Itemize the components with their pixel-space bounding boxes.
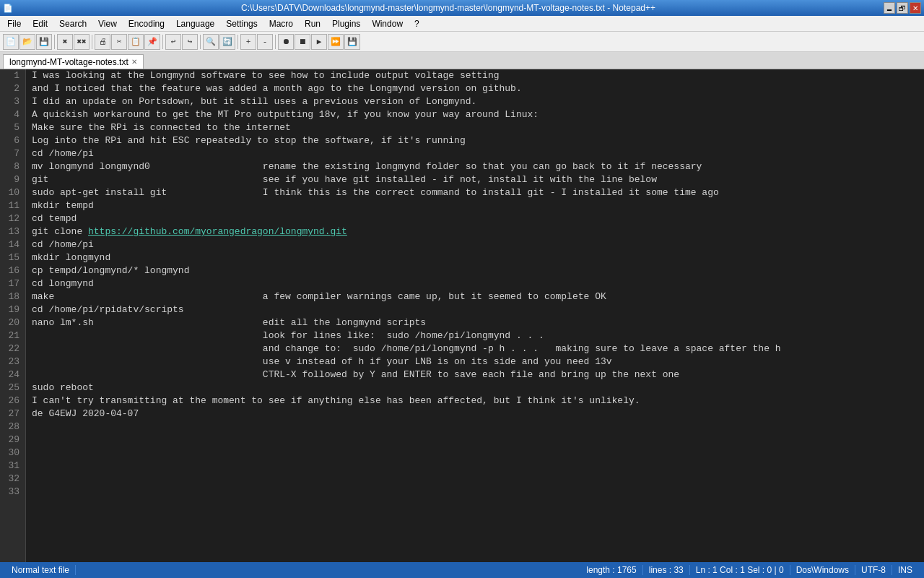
status-bar: Normal text file length : 1765 lines : 3… bbox=[0, 562, 924, 578]
active-tab[interactable]: longmynd-MT-voltage-notes.txt ✕ bbox=[3, 54, 144, 69]
line-number: 24 bbox=[6, 368, 19, 381]
menu-bar: FileEditSearchViewEncodingLanguageSettin… bbox=[0, 16, 924, 32]
toolbar-print[interactable]: 🖨 bbox=[95, 34, 110, 50]
code-line: mkdir longmynd bbox=[32, 251, 918, 264]
line-number: 10 bbox=[6, 186, 19, 199]
line-number: 2 bbox=[6, 82, 19, 95]
code-line: I can't try transmitting at the moment t… bbox=[32, 394, 918, 407]
tab-close-button[interactable]: ✕ bbox=[131, 58, 137, 66]
code-line: and change to: sudo /home/pi/longmynd -p… bbox=[32, 342, 918, 355]
menu-item-edit[interactable]: Edit bbox=[27, 16, 53, 31]
toolbar-sep5 bbox=[237, 35, 238, 49]
status-line-ending: Dos\Windows bbox=[790, 565, 855, 575]
line-number: 4 bbox=[6, 108, 19, 121]
line-number: 29 bbox=[6, 434, 19, 447]
toolbar-macro-play[interactable]: ▶ bbox=[311, 34, 327, 50]
code-line: cd /home/pi bbox=[32, 238, 918, 251]
line-number: 14 bbox=[6, 238, 19, 251]
toolbar-copy[interactable]: 📋 bbox=[128, 34, 144, 50]
line-number: 25 bbox=[6, 381, 19, 394]
menu-item-encoding[interactable]: Encoding bbox=[123, 16, 170, 31]
line-number: 1 bbox=[6, 69, 19, 82]
menu-item-run[interactable]: Run bbox=[299, 16, 326, 31]
toolbar-sep2 bbox=[92, 35, 92, 49]
toolbar-new[interactable]: 📄 bbox=[3, 34, 19, 50]
toolbar-macro-save[interactable]: 💾 bbox=[344, 34, 360, 50]
maximize-button[interactable]: 🗗 bbox=[897, 2, 908, 14]
status-file-type: Normal text file bbox=[6, 565, 76, 575]
toolbar-close[interactable]: ✖ bbox=[57, 34, 73, 50]
toolbar-macro-rec[interactable]: ⏺ bbox=[278, 34, 294, 50]
line-number: 19 bbox=[6, 303, 19, 316]
line-number: 5 bbox=[6, 121, 19, 134]
toolbar-zoom-in[interactable]: + bbox=[240, 34, 256, 50]
menu-item-?[interactable]: ? bbox=[409, 16, 425, 31]
code-line: cd tempd bbox=[32, 212, 918, 225]
toolbar-paste[interactable]: 📌 bbox=[144, 34, 160, 50]
status-encoding: UTF-8 bbox=[855, 565, 892, 575]
close-button[interactable]: ✕ bbox=[910, 2, 921, 14]
code-line: git see if you have git installed - if n… bbox=[32, 173, 918, 186]
toolbar-redo[interactable]: ↪ bbox=[182, 34, 198, 50]
line-number: 12 bbox=[6, 212, 19, 225]
title-bar-buttons: 🗕 🗗 ✕ bbox=[884, 2, 921, 14]
line-number: 20 bbox=[6, 316, 19, 329]
code-line: cp tempd/longmynd/* longmynd bbox=[32, 264, 918, 277]
editor[interactable]: 1234567891011121314151617181920212223242… bbox=[0, 69, 924, 562]
menu-item-file[interactable]: File bbox=[1, 16, 27, 31]
menu-item-language[interactable]: Language bbox=[170, 16, 220, 31]
menu-item-macro[interactable]: Macro bbox=[263, 16, 299, 31]
toolbar-cut[interactable]: ✂ bbox=[111, 34, 127, 50]
code-content[interactable]: I was looking at the Longmynd software t… bbox=[26, 69, 924, 562]
line-number: 23 bbox=[6, 355, 19, 368]
toolbar-macro-run[interactable]: ⏩ bbox=[328, 34, 344, 50]
line-numbers: 1234567891011121314151617181920212223242… bbox=[0, 69, 26, 562]
menu-item-view[interactable]: View bbox=[92, 16, 123, 31]
code-line: mv longmynd longmynd0 rename the existin… bbox=[32, 160, 918, 173]
toolbar-open[interactable]: 📂 bbox=[19, 34, 35, 50]
title-bar-text: C:\Users\DATV\Downloads\longmynd-master\… bbox=[13, 3, 884, 13]
toolbar: 📄 📂 💾 ✖ ✖✖ 🖨 ✂ 📋 📌 ↩ ↪ 🔍 🔄 + - ⏺ ⏹ ▶ ⏩ 💾 bbox=[0, 32, 924, 52]
code-line: CTRL-X followed by Y and ENTER to save e… bbox=[32, 368, 918, 381]
toolbar-sep6 bbox=[275, 35, 276, 49]
tab-bar: longmynd-MT-voltage-notes.txt ✕ bbox=[0, 52, 924, 69]
toolbar-closeall[interactable]: ✖✖ bbox=[74, 34, 90, 50]
code-line: nano lm*.sh edit all the longmynd script… bbox=[32, 316, 918, 329]
hyperlink[interactable]: https://github.com/myorangedragon/longmy… bbox=[88, 226, 347, 237]
line-number: 6 bbox=[6, 134, 19, 147]
line-number: 8 bbox=[6, 160, 19, 173]
line-number: 13 bbox=[6, 225, 19, 238]
code-line: I was looking at the Longmynd software t… bbox=[32, 69, 918, 82]
code-line: look for lines like: sudo /home/pi/longm… bbox=[32, 329, 918, 342]
menu-item-settings[interactable]: Settings bbox=[220, 16, 263, 31]
toolbar-sep4 bbox=[200, 35, 201, 49]
line-number: 31 bbox=[6, 460, 19, 473]
code-line: cd /home/pi bbox=[32, 147, 918, 160]
title-bar: 📄 C:\Users\DATV\Downloads\longmynd-maste… bbox=[0, 0, 924, 16]
line-number: 18 bbox=[6, 290, 19, 303]
line-number: 27 bbox=[6, 407, 19, 420]
toolbar-undo[interactable]: ↩ bbox=[165, 34, 181, 50]
code-line: cd /home/pi/rpidatv/scripts bbox=[32, 303, 918, 316]
toolbar-macro-stop[interactable]: ⏹ bbox=[295, 34, 310, 50]
toolbar-save[interactable]: 💾 bbox=[36, 34, 52, 50]
menu-item-search[interactable]: Search bbox=[53, 16, 92, 31]
code-line: A quickish workaround to get the MT Pro … bbox=[32, 108, 918, 121]
toolbar-find[interactable]: 🔍 bbox=[203, 34, 219, 50]
menu-item-window[interactable]: Window bbox=[366, 16, 409, 31]
title-bar-icon: 📄 bbox=[3, 4, 13, 13]
line-number: 11 bbox=[6, 199, 19, 212]
menu-item-plugins[interactable]: Plugins bbox=[326, 16, 366, 31]
minimize-button[interactable]: 🗕 bbox=[884, 2, 895, 14]
line-number: 3 bbox=[6, 95, 19, 108]
toolbar-zoom-out[interactable]: - bbox=[257, 34, 273, 50]
line-number: 17 bbox=[6, 277, 19, 290]
line-number: 15 bbox=[6, 251, 19, 264]
code-line: Log into the RPi and hit ESC repeatedly … bbox=[32, 134, 918, 147]
code-line: I did an update on Portsdown, but it sti… bbox=[32, 95, 918, 108]
line-number: 30 bbox=[6, 447, 19, 460]
code-line: use v instead of h if your LNB is on its… bbox=[32, 355, 918, 368]
line-number: 22 bbox=[6, 342, 19, 355]
code-line: cd longmynd bbox=[32, 277, 918, 290]
toolbar-replace[interactable]: 🔄 bbox=[219, 34, 235, 50]
